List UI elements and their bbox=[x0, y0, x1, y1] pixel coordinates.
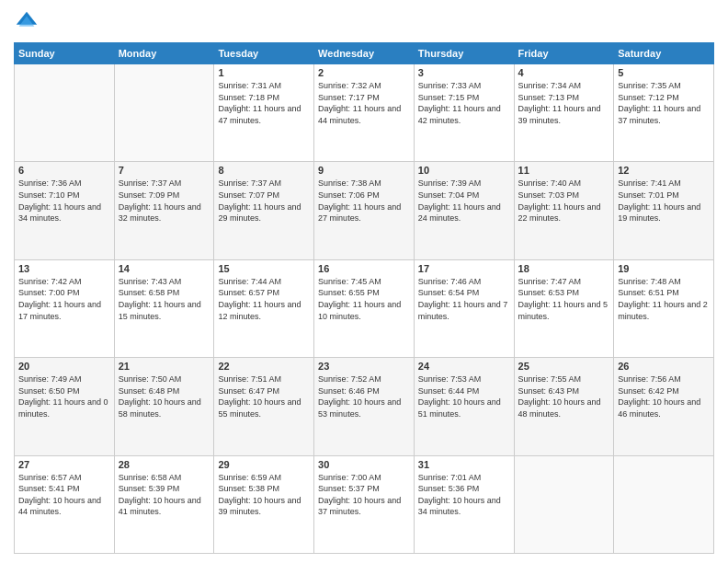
day-info: Sunrise: 7:00 AMSunset: 5:37 PMDaylight:… bbox=[318, 472, 410, 518]
day-info: Sunrise: 7:48 AMSunset: 6:51 PMDaylight:… bbox=[618, 276, 710, 322]
day-info: Sunrise: 7:40 AMSunset: 7:03 PMDaylight:… bbox=[518, 178, 610, 224]
day-number: 21 bbox=[119, 361, 210, 372]
day-number: 22 bbox=[218, 361, 310, 372]
calendar-cell: 1Sunrise: 7:31 AMSunset: 7:18 PMDaylight… bbox=[214, 64, 314, 162]
col-header-friday: Friday bbox=[514, 43, 614, 64]
calendar-cell: 31Sunrise: 7:01 AMSunset: 5:36 PMDayligh… bbox=[414, 455, 514, 553]
day-info: Sunrise: 7:39 AMSunset: 7:04 PMDaylight:… bbox=[418, 178, 510, 224]
calendar-cell: 10Sunrise: 7:39 AMSunset: 7:04 PMDayligh… bbox=[414, 162, 514, 259]
calendar-cell: 11Sunrise: 7:40 AMSunset: 7:03 PMDayligh… bbox=[514, 162, 614, 259]
day-info: Sunrise: 7:36 AMSunset: 7:10 PMDaylight:… bbox=[18, 178, 110, 224]
calendar-cell: 16Sunrise: 7:45 AMSunset: 6:55 PMDayligh… bbox=[314, 259, 415, 357]
day-number: 29 bbox=[218, 459, 310, 470]
day-info: Sunrise: 7:51 AMSunset: 6:47 PMDaylight:… bbox=[218, 373, 310, 419]
day-number: 12 bbox=[618, 165, 710, 176]
day-info: Sunrise: 7:52 AMSunset: 6:46 PMDaylight:… bbox=[318, 373, 410, 419]
calendar-cell: 20Sunrise: 7:49 AMSunset: 6:50 PMDayligh… bbox=[15, 358, 115, 455]
day-number: 9 bbox=[318, 165, 410, 176]
day-number: 10 bbox=[418, 165, 510, 176]
page: SundayMondayTuesdayWednesdayThursdayFrid… bbox=[0, 0, 728, 563]
day-number: 20 bbox=[18, 361, 110, 372]
day-number: 24 bbox=[418, 361, 510, 372]
calendar-cell: 23Sunrise: 7:52 AMSunset: 6:46 PMDayligh… bbox=[314, 358, 415, 455]
calendar-cell: 6Sunrise: 7:36 AMSunset: 7:10 PMDaylight… bbox=[15, 162, 115, 259]
day-info: Sunrise: 7:55 AMSunset: 6:43 PMDaylight:… bbox=[518, 373, 610, 419]
calendar-cell bbox=[15, 64, 115, 162]
calendar-cell: 25Sunrise: 7:55 AMSunset: 6:43 PMDayligh… bbox=[514, 358, 614, 455]
day-number: 17 bbox=[418, 263, 510, 274]
calendar-cell: 4Sunrise: 7:34 AMSunset: 7:13 PMDaylight… bbox=[514, 64, 614, 162]
day-info: Sunrise: 7:53 AMSunset: 6:44 PMDaylight:… bbox=[418, 373, 510, 419]
calendar-table: SundayMondayTuesdayWednesdayThursdayFrid… bbox=[14, 42, 714, 554]
day-info: Sunrise: 7:50 AMSunset: 6:48 PMDaylight:… bbox=[119, 373, 210, 419]
calendar-cell: 29Sunrise: 6:59 AMSunset: 5:38 PMDayligh… bbox=[214, 455, 314, 553]
day-number: 6 bbox=[18, 165, 110, 176]
calendar-cell: 15Sunrise: 7:44 AMSunset: 6:57 PMDayligh… bbox=[214, 259, 314, 357]
col-header-sunday: Sunday bbox=[15, 43, 115, 64]
header bbox=[14, 9, 714, 35]
logo-icon bbox=[14, 9, 40, 35]
day-number: 16 bbox=[318, 263, 410, 274]
calendar-week-5: 27Sunrise: 6:57 AMSunset: 5:41 PMDayligh… bbox=[15, 455, 714, 553]
calendar-cell: 30Sunrise: 7:00 AMSunset: 5:37 PMDayligh… bbox=[314, 455, 415, 553]
calendar-week-3: 13Sunrise: 7:42 AMSunset: 7:00 PMDayligh… bbox=[15, 259, 714, 357]
calendar-week-4: 20Sunrise: 7:49 AMSunset: 6:50 PMDayligh… bbox=[15, 358, 714, 455]
calendar-cell: 24Sunrise: 7:53 AMSunset: 6:44 PMDayligh… bbox=[414, 358, 514, 455]
day-info: Sunrise: 7:38 AMSunset: 7:06 PMDaylight:… bbox=[318, 178, 410, 224]
col-header-wednesday: Wednesday bbox=[314, 43, 415, 64]
calendar-cell: 14Sunrise: 7:43 AMSunset: 6:58 PMDayligh… bbox=[114, 259, 214, 357]
day-info: Sunrise: 6:58 AMSunset: 5:39 PMDaylight:… bbox=[119, 472, 210, 518]
day-number: 5 bbox=[618, 67, 710, 78]
day-info: Sunrise: 7:37 AMSunset: 7:09 PMDaylight:… bbox=[119, 178, 210, 224]
col-header-thursday: Thursday bbox=[414, 43, 514, 64]
calendar-cell: 7Sunrise: 7:37 AMSunset: 7:09 PMDaylight… bbox=[114, 162, 214, 259]
day-number: 15 bbox=[218, 263, 310, 274]
day-info: Sunrise: 7:41 AMSunset: 7:01 PMDaylight:… bbox=[618, 178, 710, 224]
day-info: Sunrise: 7:42 AMSunset: 7:00 PMDaylight:… bbox=[18, 276, 110, 322]
day-info: Sunrise: 7:49 AMSunset: 6:50 PMDaylight:… bbox=[18, 373, 110, 419]
calendar-cell: 12Sunrise: 7:41 AMSunset: 7:01 PMDayligh… bbox=[614, 162, 714, 259]
day-info: Sunrise: 7:47 AMSunset: 6:53 PMDaylight:… bbox=[518, 276, 610, 322]
calendar-cell: 27Sunrise: 6:57 AMSunset: 5:41 PMDayligh… bbox=[15, 455, 115, 553]
calendar-cell bbox=[514, 455, 614, 553]
day-number: 23 bbox=[318, 361, 410, 372]
calendar-cell: 22Sunrise: 7:51 AMSunset: 6:47 PMDayligh… bbox=[214, 358, 314, 455]
day-info: Sunrise: 7:37 AMSunset: 7:07 PMDaylight:… bbox=[218, 178, 310, 224]
day-number: 3 bbox=[418, 67, 510, 78]
day-info: Sunrise: 7:43 AMSunset: 6:58 PMDaylight:… bbox=[119, 276, 210, 322]
col-header-saturday: Saturday bbox=[614, 43, 714, 64]
day-number: 26 bbox=[618, 361, 710, 372]
calendar-week-1: 1Sunrise: 7:31 AMSunset: 7:18 PMDaylight… bbox=[15, 64, 714, 162]
calendar-week-2: 6Sunrise: 7:36 AMSunset: 7:10 PMDaylight… bbox=[15, 162, 714, 259]
day-info: Sunrise: 6:57 AMSunset: 5:41 PMDaylight:… bbox=[18, 472, 110, 518]
calendar-cell: 21Sunrise: 7:50 AMSunset: 6:48 PMDayligh… bbox=[114, 358, 214, 455]
day-number: 13 bbox=[18, 263, 110, 274]
calendar-cell bbox=[114, 64, 214, 162]
day-info: Sunrise: 7:33 AMSunset: 7:15 PMDaylight:… bbox=[418, 80, 510, 126]
day-number: 7 bbox=[119, 165, 210, 176]
day-number: 4 bbox=[518, 67, 610, 78]
calendar-cell: 13Sunrise: 7:42 AMSunset: 7:00 PMDayligh… bbox=[15, 259, 115, 357]
calendar-cell: 3Sunrise: 7:33 AMSunset: 7:15 PMDaylight… bbox=[414, 64, 514, 162]
day-number: 1 bbox=[218, 67, 310, 78]
day-info: Sunrise: 7:31 AMSunset: 7:18 PMDaylight:… bbox=[218, 80, 310, 126]
day-info: Sunrise: 7:32 AMSunset: 7:17 PMDaylight:… bbox=[318, 80, 410, 126]
calendar-header-row: SundayMondayTuesdayWednesdayThursdayFrid… bbox=[15, 43, 714, 64]
col-header-monday: Monday bbox=[114, 43, 214, 64]
day-number: 18 bbox=[518, 263, 610, 274]
calendar-cell: 8Sunrise: 7:37 AMSunset: 7:07 PMDaylight… bbox=[214, 162, 314, 259]
day-number: 11 bbox=[518, 165, 610, 176]
day-number: 30 bbox=[318, 459, 410, 470]
day-info: Sunrise: 7:56 AMSunset: 6:42 PMDaylight:… bbox=[618, 373, 710, 419]
calendar-cell: 18Sunrise: 7:47 AMSunset: 6:53 PMDayligh… bbox=[514, 259, 614, 357]
day-info: Sunrise: 7:45 AMSunset: 6:55 PMDaylight:… bbox=[318, 276, 410, 322]
calendar-cell: 5Sunrise: 7:35 AMSunset: 7:12 PMDaylight… bbox=[614, 64, 714, 162]
day-number: 31 bbox=[418, 459, 510, 470]
day-number: 25 bbox=[518, 361, 610, 372]
calendar-cell bbox=[614, 455, 714, 553]
calendar-cell: 2Sunrise: 7:32 AMSunset: 7:17 PMDaylight… bbox=[314, 64, 415, 162]
day-number: 8 bbox=[218, 165, 310, 176]
day-number: 27 bbox=[18, 459, 110, 470]
logo bbox=[14, 9, 43, 35]
day-info: Sunrise: 6:59 AMSunset: 5:38 PMDaylight:… bbox=[218, 472, 310, 518]
